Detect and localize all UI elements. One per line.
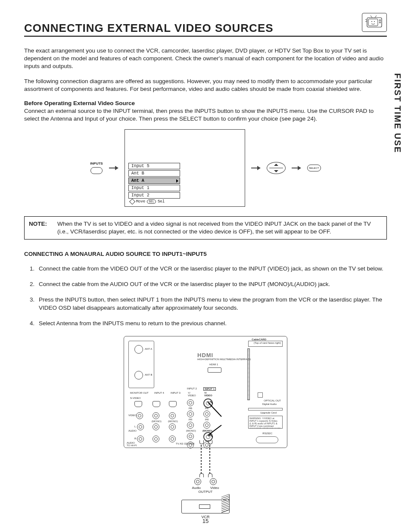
osd-item: Input 2 <box>128 192 180 199</box>
rca-jack-icon <box>187 399 194 406</box>
warning-text: WARNING: Y/VIDEO at INPUT 1 supports S-V… <box>248 416 283 429</box>
input1-label: INPUT 1 <box>203 387 216 391</box>
inputs-osd-menu: Input 5 Ant B Ant A Input 1 Input 2 Move… <box>125 129 245 207</box>
input3-label: INPUT 3 <box>171 392 181 394</box>
pb-label: PB <box>189 407 192 410</box>
osd-item: Input 5 <box>128 163 180 169</box>
osd-footer-move: Move <box>136 199 146 204</box>
arrow-right-icon <box>292 166 301 170</box>
svg-point-5 <box>374 21 375 22</box>
video-label: Video <box>210 486 219 490</box>
rca-jack-icon <box>137 423 144 430</box>
mono-label: (MONO) <box>152 420 162 423</box>
osd-footer-sel-badge: SEL <box>147 199 156 204</box>
ant-b-label: ANT B <box>145 373 153 376</box>
rca-jack-icon <box>136 412 143 419</box>
rca-jack-icon <box>194 478 201 485</box>
page-number: 15 <box>202 518 209 524</box>
step-item: Press the INPUTS button, then select INP… <box>36 296 387 311</box>
cable-line-icon <box>209 444 210 474</box>
cursor-pad-icon <box>129 198 135 204</box>
section-head-monaural: CONNECTING A MONAURAL AUDIO SOURCE TO IN… <box>24 251 387 257</box>
step-item: Connect the cable from the AUDIO OUT of … <box>36 280 387 288</box>
cable-line-icon <box>201 444 202 474</box>
pr-label: PR <box>189 418 192 421</box>
osd-item: Ant B <box>128 170 180 177</box>
optical-out-label: OPTICAL OUT <box>264 399 281 402</box>
monitor-out-label: MONITOR OUT <box>130 392 149 394</box>
rca-jack-icon <box>210 478 217 485</box>
title-rule <box>24 36 387 37</box>
rca-jack-icon <box>187 411 194 417</box>
osd-item-label: Ant A <box>131 178 144 183</box>
note-label: NOTE: <box>29 220 47 236</box>
intro-paragraph-1: The exact arrangement you use to connect… <box>24 47 387 71</box>
audio-label: Audio <box>192 486 201 490</box>
svideo-jack-icon <box>153 401 160 407</box>
osd-footer: Move SEL Sel <box>128 199 180 204</box>
ant-b-jack-icon <box>134 371 143 380</box>
svg-rect-1 <box>368 19 378 26</box>
osd-footer-sel: Sel <box>158 199 165 204</box>
osd-item-selected: Ant A <box>128 177 180 184</box>
vcr-output-jacks <box>194 478 217 485</box>
section-tab: FIRST TIME USE <box>392 73 402 153</box>
cablecard-label: CableCARD <box>252 338 266 341</box>
intro-paragraph-2: The following connection diagrams are of… <box>24 78 387 93</box>
manual-page: FIRST TIME USE CONNECTING EXTERNAL VIDEO… <box>0 0 411 532</box>
svg-point-3 <box>380 22 381 23</box>
arrow-right-icon <box>109 166 118 170</box>
select-button-graphic: SELECT <box>307 165 321 171</box>
rca-jack-icon <box>137 436 144 442</box>
rca-jack-icon <box>187 433 194 440</box>
vcr-slot-icon <box>199 504 210 509</box>
rs232c-label: RS232C <box>262 432 272 435</box>
oval-button-icon <box>90 167 103 174</box>
input2-label: INPUT 2 <box>187 387 197 390</box>
rca-jack-icon <box>169 423 176 430</box>
cablecard-sub-label: (Top of card faces right) <box>254 342 281 344</box>
rca-jack-icon <box>169 436 176 442</box>
rca-jack-icon <box>153 436 159 442</box>
tv-rear-panel: ANT A ANT B HDMI HIGH-DEFINITION MULTIME… <box>124 336 287 448</box>
vcr-graphic <box>181 500 230 513</box>
yvideo-label: Y/ VIDEO <box>188 392 196 397</box>
cursor-pad-oval-icon <box>267 162 286 174</box>
yvideo-label: Y/ VIDEO <box>204 392 212 397</box>
triangle-right-icon <box>176 179 178 183</box>
svideo-label: S-VIDEO <box>130 397 141 399</box>
upgrade-card-label: Upgrade Card <box>260 411 277 414</box>
l-label: L <box>134 425 136 428</box>
osd-item: Input 1 <box>128 185 180 191</box>
audio-row-label: AUDIO <box>128 429 137 432</box>
ant-a-jack-icon <box>134 345 143 354</box>
video-row-label: VIDEO <box>128 414 137 417</box>
svg-point-2 <box>380 20 381 21</box>
mono-label: (MONO) <box>168 420 178 423</box>
output-label: OUTPUT <box>199 490 213 494</box>
subhead-before-operating-text: Connect an external source to the INPUT … <box>24 107 387 123</box>
page-title: CONNECTING EXTERNAL VIDEO SOURCES <box>24 22 387 35</box>
audio-hifi-label: AUDIO TO HI-FI <box>127 442 137 447</box>
mono-label: (MONO) <box>186 429 196 432</box>
r-label: R <box>134 437 136 440</box>
rca-jack-icon <box>153 412 159 419</box>
step-item: Connect the cable from the VIDEO OUT of … <box>36 265 387 273</box>
svideo-jack-icon <box>134 401 142 407</box>
tv-cartoon-icon <box>362 13 387 32</box>
steps-list: Connect the cable from the VIDEO OUT of … <box>24 265 387 327</box>
hdmi-slot-icon <box>208 367 221 373</box>
svideo-jack-icon <box>169 401 177 407</box>
digital-audio-label: Digital Audio <box>262 403 277 405</box>
osd-navigation-diagram: INPUTS Input 5 Ant B Ant A Input 1 Input… <box>42 129 369 207</box>
input4-label: INPUT 4 <box>154 392 164 394</box>
rca-jack-icon <box>169 412 176 419</box>
inputs-button-label: INPUTS <box>90 162 103 165</box>
note-text: When the TV is set to VIDEO and a video … <box>57 220 382 236</box>
inputs-button-graphic: INPUTS <box>90 162 103 174</box>
rear-panel-diagram: ANT A ANT B HDMI HIGH-DEFINITION MULTIME… <box>124 336 287 519</box>
arrow-right-icon <box>251 166 261 170</box>
subhead-before-operating: Before Operating External Video Source <box>24 100 387 106</box>
cursor-pad-graphic <box>267 162 286 174</box>
svg-point-4 <box>371 21 372 22</box>
